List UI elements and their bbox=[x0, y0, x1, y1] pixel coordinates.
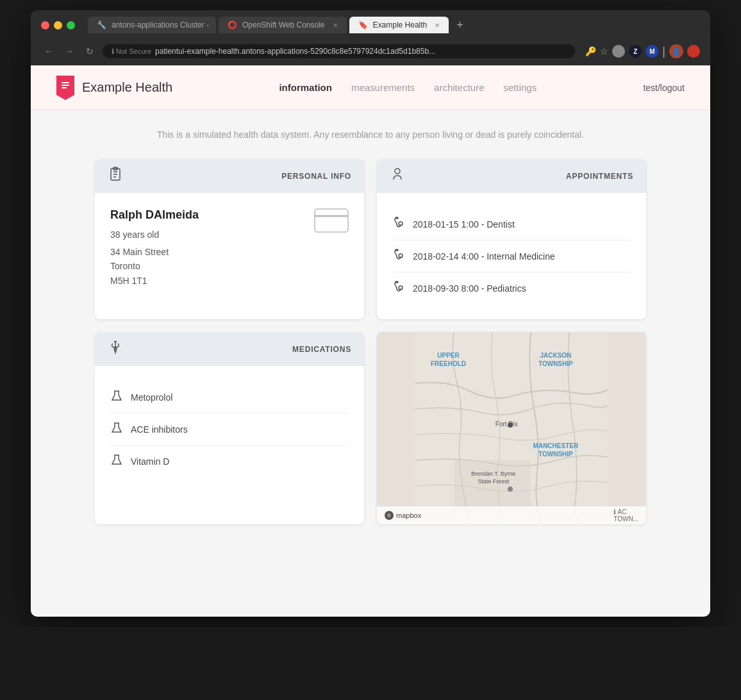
svg-rect-1 bbox=[62, 82, 69, 83]
tab2-label: OpenShift Web Console bbox=[242, 21, 325, 29]
medication-1: Metoprolol bbox=[110, 381, 349, 413]
patient-name: Ralph DAlmeida bbox=[110, 208, 199, 222]
disclaimer-text: This is a simulated health data system. … bbox=[95, 129, 646, 140]
appointments-header: APPOINTMENTS bbox=[377, 159, 646, 193]
ext-red-icon bbox=[687, 45, 700, 58]
svg-point-19 bbox=[397, 249, 398, 251]
medication-2-name: ACE inhibitors bbox=[131, 424, 188, 435]
caduceus-icon bbox=[108, 340, 123, 358]
flask-icon-3 bbox=[110, 453, 123, 469]
browser-addressbar: ← → ↻ ℹ Not Secure patientui-example-hea… bbox=[31, 40, 710, 65]
app-nav: Example Health information measurements … bbox=[31, 65, 710, 110]
personal-info-header: PERSONAL INFO bbox=[95, 159, 364, 193]
app-content: Example Health information measurements … bbox=[31, 65, 710, 617]
svg-rect-2 bbox=[62, 85, 69, 86]
close-dot[interactable] bbox=[41, 21, 49, 29]
medication-3: Vitamin D bbox=[110, 446, 349, 477]
tab-2[interactable]: ⭕ OpenShift Web Console ✕ bbox=[219, 17, 347, 33]
forward-button[interactable]: → bbox=[62, 44, 77, 59]
medication-1-name: Metoprolol bbox=[131, 392, 172, 403]
main-content: This is a simulated health data system. … bbox=[31, 110, 710, 544]
stethoscope-icon-2 bbox=[392, 248, 405, 264]
svg-point-23 bbox=[397, 281, 398, 283]
svg-rect-31 bbox=[454, 460, 531, 512]
personal-info-title: PERSONAL INFO bbox=[281, 172, 351, 181]
stethoscope-icon-3 bbox=[392, 280, 405, 296]
window-controls bbox=[41, 21, 75, 29]
back-button[interactable]: ← bbox=[41, 44, 56, 59]
logout-link[interactable]: test/logout bbox=[643, 83, 685, 93]
key-icon: 🔑 bbox=[585, 46, 596, 56]
svg-rect-9 bbox=[315, 209, 348, 232]
logo-svg bbox=[56, 76, 74, 100]
svg-point-11 bbox=[395, 169, 400, 174]
nav-links: information measurements architecture se… bbox=[279, 82, 537, 93]
appointments-body: 2018-01-15 1:00 - Dentist bbox=[377, 193, 646, 319]
address-text: patientui-example-health.antons-applicat… bbox=[155, 47, 435, 56]
address-bar[interactable]: ℹ Not Secure patientui-example-health.an… bbox=[103, 44, 575, 58]
ext-m-icon: M bbox=[645, 45, 658, 58]
map-placeholder: UPPERFREEHOLD JACKSONTOWNSHIP Fort Dix M… bbox=[377, 332, 646, 524]
browser-extensions: 🔑 ☆ Z M | 👤 bbox=[585, 44, 700, 58]
minimize-dot[interactable] bbox=[54, 21, 62, 29]
appointment-1-text: 2018-01-15 1:00 - Dentist bbox=[413, 219, 515, 229]
maximize-dot[interactable] bbox=[67, 21, 75, 29]
new-tab-button[interactable]: + bbox=[456, 19, 463, 32]
tab2-close[interactable]: ✕ bbox=[333, 22, 338, 29]
app-title: Example Health bbox=[82, 80, 172, 95]
browser-tabs: 🔧 antons-applications Cluster - ✕ ⭕ Open… bbox=[88, 17, 700, 33]
cards-grid: PERSONAL INFO Ralph DAlmeida 38 years ol… bbox=[95, 159, 646, 524]
tab3-label: Example Health bbox=[373, 21, 428, 29]
ext-z-icon: Z bbox=[629, 45, 642, 58]
stethoscope-icon-1 bbox=[392, 216, 405, 232]
ext-circle-icon bbox=[612, 45, 625, 58]
app-logo: Example Health bbox=[56, 76, 172, 100]
map-svg bbox=[377, 332, 646, 524]
address-line1: 34 Main Street bbox=[110, 245, 199, 259]
address-line2: Toronto bbox=[110, 259, 199, 273]
tab3-favicon: 🔖 bbox=[358, 21, 368, 29]
mapbox-icon: © bbox=[385, 511, 394, 520]
svg-point-15 bbox=[397, 217, 398, 219]
browser-titlebar: 🔧 antons-applications Cluster - ✕ ⭕ Open… bbox=[31, 10, 710, 40]
security-icon: ℹ Not Secure bbox=[112, 47, 151, 56]
user-avatar: 👤 bbox=[669, 44, 683, 58]
map-label-fortdix: Fort Dix bbox=[495, 421, 518, 428]
address-line3: M5H 1T1 bbox=[110, 274, 199, 288]
map-label-manchester: MANCHESTERTOWNSHIP bbox=[533, 442, 579, 458]
flask-icon-1 bbox=[110, 389, 123, 405]
tab1-label: antons-applications Cluster - bbox=[112, 21, 209, 29]
svg-rect-3 bbox=[62, 87, 67, 88]
refresh-button[interactable]: ↻ bbox=[82, 44, 97, 59]
map-label-brendan: Brendan T. ByrneState Forest bbox=[471, 471, 515, 485]
tab2-favicon: ⭕ bbox=[228, 21, 237, 29]
appointment-2: 2018-02-14 4:00 - Internal Medicine bbox=[392, 240, 631, 272]
tab-3[interactable]: 🔖 Example Health ✕ bbox=[349, 17, 449, 33]
mapbox-text: mapbox bbox=[396, 512, 421, 519]
mapbox-logo: © mapbox bbox=[385, 511, 421, 520]
browser-window: 🔧 antons-applications Cluster - ✕ ⭕ Open… bbox=[31, 10, 710, 617]
appointments-card: APPOINTMENTS bbox=[377, 159, 646, 319]
patient-age: 38 years old bbox=[110, 229, 199, 240]
tab1-favicon: 🔧 bbox=[97, 21, 106, 29]
medications-body: Metoprolol ACE inhibitors bbox=[95, 366, 364, 492]
appointment-1: 2018-01-15 1:00 - Dentist bbox=[392, 208, 631, 240]
nav-information[interactable]: information bbox=[279, 82, 332, 93]
medications-header: MEDICATIONS bbox=[95, 332, 364, 366]
nav-architecture[interactable]: architecture bbox=[434, 82, 484, 93]
medications-card: MEDICATIONS Metoprolol bbox=[95, 332, 364, 524]
medication-2: ACE inhibitors bbox=[110, 413, 349, 446]
appointment-2-text: 2018-02-14 4:00 - Internal Medicine bbox=[413, 251, 555, 262]
tab-1[interactable]: 🔧 antons-applications Cluster - ✕ bbox=[88, 17, 216, 33]
map-attribution-bar: © mapbox ℹ ACTOWN... bbox=[377, 506, 646, 524]
clipboard-icon bbox=[108, 167, 123, 185]
flask-icon-2 bbox=[110, 421, 123, 437]
appointment-3: 2018-09-30 8:00 - Pediatrics bbox=[392, 272, 631, 304]
tab3-close[interactable]: ✕ bbox=[435, 22, 440, 29]
nav-settings[interactable]: settings bbox=[503, 82, 537, 93]
patient-address: 34 Main Street Toronto M5H 1T1 bbox=[110, 245, 199, 288]
appointments-title: APPOINTMENTS bbox=[566, 172, 633, 181]
appointment-3-text: 2018-09-30 8:00 - Pediatrics bbox=[413, 283, 526, 294]
medication-3-name: Vitamin D bbox=[131, 456, 169, 467]
nav-measurements[interactable]: measurements bbox=[351, 82, 415, 93]
